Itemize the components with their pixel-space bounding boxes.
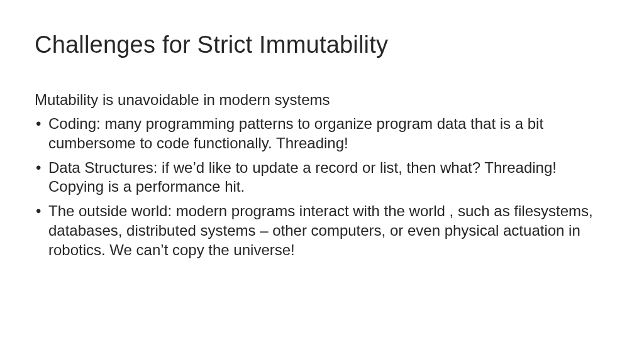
list-item: The outside world: modern programs inter…: [35, 202, 609, 260]
list-item: Coding: many programming patterns to org…: [35, 114, 609, 153]
bullet-list: Coding: many programming patterns to org…: [35, 114, 609, 260]
slide-title: Challenges for Strict Immutability: [35, 31, 609, 58]
list-item: Data Structures: if we’d like to update …: [35, 158, 609, 197]
lead-text: Mutability is unavoidable in modern syst…: [35, 90, 609, 109]
